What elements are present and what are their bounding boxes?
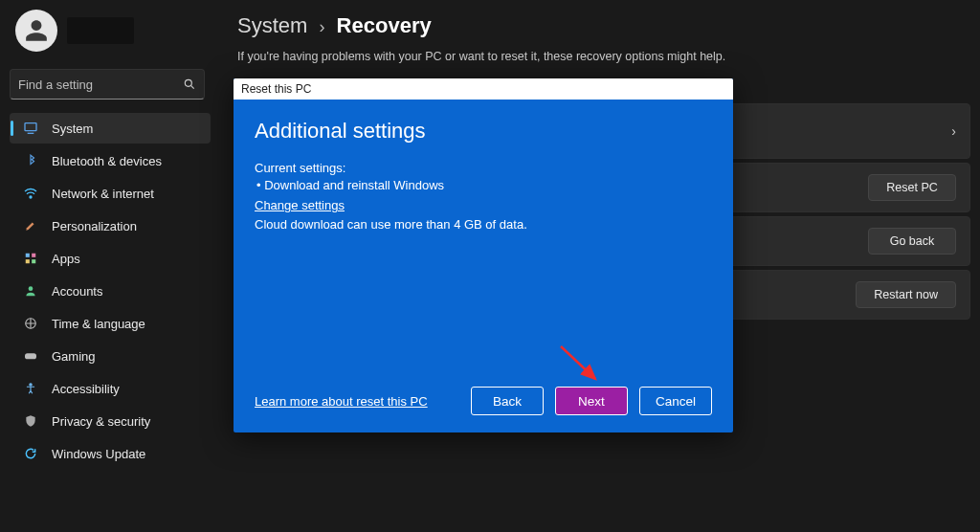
svg-rect-8	[32, 259, 35, 263]
go-back-button[interactable]: Go back	[868, 228, 956, 255]
sidebar-item-privacy[interactable]: Privacy & security	[10, 406, 211, 436]
user-name-redacted	[67, 17, 134, 44]
sidebar-item-bluetooth[interactable]: Bluetooth & devices	[10, 145, 211, 176]
sidebar-item-accessibility[interactable]: Accessibility	[10, 373, 211, 404]
breadcrumb: System › Recovery	[237, 13, 970, 38]
svg-rect-6	[32, 254, 35, 257]
sidebar-item-label: Bluetooth & devices	[52, 154, 162, 168]
clock-globe-icon	[23, 316, 38, 331]
search-input[interactable]	[18, 78, 183, 92]
gaming-icon	[23, 348, 38, 364]
breadcrumb-page: Recovery	[337, 13, 432, 37]
cancel-button[interactable]: Cancel	[639, 387, 712, 415]
cloud-download-note: Cloud download can use more than 4 GB of…	[255, 217, 712, 232]
chevron-right-icon: ›	[319, 17, 324, 36]
sidebar-item-label: Windows Update	[52, 447, 145, 461]
back-button[interactable]: Back	[471, 387, 544, 415]
dialog-heading: Additional settings	[255, 119, 712, 144]
sidebar-item-apps[interactable]: Apps	[10, 243, 211, 274]
next-button[interactable]: Next	[555, 387, 628, 415]
avatar	[15, 10, 57, 52]
sidebar-nav: System Bluetooth & devices Network & int…	[10, 113, 211, 469]
restart-now-button[interactable]: Restart now	[856, 281, 956, 308]
svg-point-9	[29, 286, 33, 291]
apps-icon	[23, 251, 38, 266]
brush-icon	[23, 218, 38, 233]
svg-line-1	[190, 85, 193, 88]
svg-rect-5	[26, 254, 30, 257]
sidebar-item-personalization[interactable]: Personalization	[10, 211, 211, 241]
sidebar-item-system[interactable]: System	[10, 113, 211, 144]
svg-point-12	[30, 384, 32, 386]
sidebar-item-label: Accounts	[52, 284, 102, 299]
svg-point-0	[185, 79, 191, 86]
svg-point-4	[30, 196, 32, 198]
sidebar-item-label: Privacy & security	[52, 414, 150, 429]
sidebar-item-gaming[interactable]: Gaming	[10, 341, 211, 371]
accounts-icon	[23, 283, 38, 299]
sidebar-item-accounts[interactable]: Accounts	[10, 276, 211, 306]
search-input-wrap[interactable]	[10, 69, 205, 100]
shield-icon	[23, 413, 38, 429]
sidebar-item-label: Gaming	[52, 349, 96, 364]
sidebar-item-label: Personalization	[52, 219, 137, 233]
bluetooth-icon	[23, 153, 38, 168]
svg-rect-7	[26, 259, 30, 263]
change-settings-link[interactable]: Change settings	[255, 198, 345, 212]
update-icon	[23, 446, 38, 461]
search-icon	[183, 78, 196, 91]
page-description: If you're having problems with your PC o…	[237, 50, 970, 63]
sidebar-item-label: Accessibility	[52, 382, 120, 396]
sidebar-item-label: Apps	[52, 252, 80, 266]
svg-rect-11	[25, 353, 36, 359]
sidebar-item-time-language[interactable]: Time & language	[10, 308, 211, 339]
reset-pc-button[interactable]: Reset PC	[868, 174, 956, 201]
system-icon	[23, 121, 38, 136]
sidebar-item-windows-update[interactable]: Windows Update	[10, 438, 211, 469]
sidebar-item-network[interactable]: Network & internet	[10, 178, 211, 209]
sidebar-item-label: Network & internet	[52, 187, 154, 201]
learn-more-link[interactable]: Learn more about reset this PC	[255, 394, 428, 409]
accessibility-icon	[23, 381, 38, 396]
dialog-titlebar: Reset this PC	[234, 78, 733, 100]
chevron-right-icon: ›	[951, 123, 956, 139]
wifi-icon	[23, 186, 38, 201]
current-settings-label: Current settings:	[255, 159, 712, 178]
sidebar-item-label: System	[52, 122, 93, 136]
breadcrumb-root[interactable]: System	[237, 13, 307, 37]
current-settings-bullet: • Download and reinstall Windows	[256, 178, 712, 192]
svg-rect-2	[25, 123, 36, 131]
user-header[interactable]	[15, 10, 211, 52]
sidebar-item-label: Time & language	[52, 317, 145, 331]
reset-pc-dialog: Reset this PC Additional settings Curren…	[234, 78, 733, 432]
